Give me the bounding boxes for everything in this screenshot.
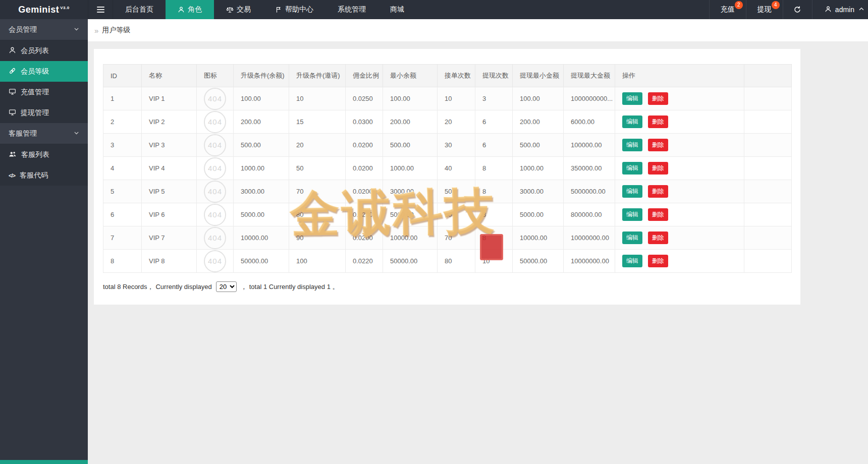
cell-empty (744, 87, 792, 110)
flag-icon (275, 6, 282, 13)
nav-item-help[interactable]: 帮助中心 (263, 0, 326, 19)
edit-button[interactable]: 编辑 (622, 255, 642, 267)
sidebar-item-member-level[interactable]: 会员等级 (0, 61, 88, 82)
recharge-button[interactable]: 充值 2 (709, 0, 746, 19)
cell-order-count: 80 (438, 250, 475, 273)
delete-button[interactable]: 删除 (648, 208, 668, 221)
nav-item-shop[interactable]: 商城 (378, 0, 416, 19)
cell-order-count: 10 (438, 87, 475, 110)
cell-upgrade-invite: 100 (289, 250, 346, 273)
cell-upgrade-balance: 3000.00 (234, 180, 289, 203)
sidebar-item-label: 提现管理 (21, 108, 49, 118)
person-icon (178, 6, 185, 13)
cell-commission: 0.0220 (346, 250, 383, 273)
cell-withdraw-count: 8 (475, 180, 513, 203)
sidebar-item-withdraw-mgmt[interactable]: 提现管理 (0, 102, 88, 123)
sidebar-item-label: 充值管理 (21, 88, 49, 97)
sidebar-item-label: 会员列表 (21, 46, 49, 55)
cell-order-count: 70 (438, 226, 475, 250)
edit-button[interactable]: 编辑 (622, 231, 642, 244)
edit-button[interactable]: 编辑 (622, 162, 642, 175)
cell-withdraw-max: 10000000.00 (564, 226, 615, 250)
delete-button[interactable]: 删除 (648, 231, 668, 244)
monitor-icon (9, 88, 16, 97)
cell-withdraw-count: 8 (475, 203, 513, 226)
col-empty (744, 65, 792, 87)
cell-withdraw-min: 5000.00 (513, 203, 564, 226)
cell-withdraw-count: 6 (475, 134, 513, 157)
sidebar-group-service-mgmt[interactable]: 客服管理 (0, 123, 88, 144)
cell-icon: 404 (197, 87, 234, 110)
cell-actions: 编辑 删除 (615, 250, 744, 273)
sidebar-item-label: 会员等级 (21, 67, 49, 76)
cell-order-count: 20 (438, 110, 475, 134)
sidebar-item-recharge-mgmt[interactable]: 充值管理 (0, 82, 88, 102)
delete-button[interactable]: 删除 (648, 255, 668, 267)
delete-button[interactable]: 删除 (648, 185, 668, 198)
logo-version: V3.0 (60, 6, 69, 10)
main-nav: 后台首页 角色 交易 帮助中心 系统管理 商城 (113, 0, 416, 19)
sidebar-item-member-list[interactable]: 会员列表 (0, 40, 88, 61)
cell-commission: 0.0200 (346, 226, 383, 250)
pagination-separator: ， (241, 282, 247, 292)
link-icon (9, 67, 16, 76)
cell-order-count: 40 (438, 157, 475, 180)
admin-menu[interactable]: admin (812, 0, 868, 19)
col-name: 名称 (142, 65, 197, 87)
cell-upgrade-balance: 50000.00 (234, 250, 289, 273)
cell-empty (744, 110, 792, 134)
page-title: 用户等级 (102, 26, 130, 35)
cell-withdraw-min: 500.00 (513, 134, 564, 157)
cell-withdraw-count: 8 (475, 226, 513, 250)
cell-commission: 0.0200 (346, 134, 383, 157)
cell-upgrade-invite: 15 (289, 110, 346, 134)
edit-button[interactable]: 编辑 (622, 208, 642, 221)
cell-actions: 编辑 删除 (615, 157, 744, 180)
cell-id: 8 (103, 250, 142, 273)
cell-withdraw-count: 8 (475, 157, 513, 180)
cell-order-count: 50 (438, 180, 475, 203)
sidebar: 会员管理 会员列表 会员等级 充值管理 提现管理 客服管理 客服列表 </> (0, 19, 88, 464)
menu-toggle-icon[interactable] (88, 0, 113, 19)
sidebar-group-member-mgmt[interactable]: 会员管理 (0, 19, 88, 40)
edit-button[interactable]: 编辑 (622, 139, 642, 151)
delete-button[interactable]: 删除 (648, 92, 668, 105)
cell-icon: 404 (197, 134, 234, 157)
app-logo: GeministV3.0 (0, 0, 88, 19)
nav-item-trade[interactable]: 交易 (214, 0, 263, 19)
page-size-select[interactable]: 20 (216, 281, 237, 292)
sidebar-item-service-code[interactable]: </> 客服代码 (0, 165, 88, 186)
edit-button[interactable]: 编辑 (622, 92, 642, 105)
edit-button[interactable]: 编辑 (622, 115, 642, 128)
cell-name: VIP 6 (142, 203, 197, 226)
edit-button[interactable]: 编辑 (622, 185, 642, 198)
sidebar-group-label: 客服管理 (9, 129, 37, 138)
nav-item-system[interactable]: 系统管理 (326, 0, 378, 19)
image-404-placeholder: 404 (204, 181, 226, 203)
sidebar-item-label: 客服代码 (20, 171, 48, 180)
cell-actions: 编辑 删除 (615, 180, 744, 203)
refresh-icon[interactable] (783, 0, 812, 19)
top-navbar: GeministV3.0 后台首页 角色 交易 帮助中心 系统管理 商城 充值 (0, 0, 868, 19)
nav-item-label: 后台首页 (125, 5, 153, 14)
table-row: 2 VIP 2 404 200.00 15 0.0300 200.00 20 6… (103, 110, 792, 134)
cell-upgrade-balance: 500.00 (234, 134, 289, 157)
delete-button[interactable]: 删除 (648, 115, 668, 128)
cell-min-balance: 10000.00 (383, 226, 438, 250)
nav-item-roles[interactable]: 角色 (166, 0, 214, 19)
cell-id: 2 (103, 110, 142, 134)
cell-upgrade-balance: 200.00 (234, 110, 289, 134)
nav-item-label: 角色 (188, 5, 202, 14)
nav-item-label: 交易 (237, 5, 251, 14)
monitor-icon (9, 108, 16, 118)
cell-actions: 编辑 删除 (615, 110, 744, 134)
caret-up-icon (858, 6, 865, 14)
admin-username: admin (835, 6, 854, 14)
nav-item-dashboard[interactable]: 后台首页 (113, 0, 166, 19)
delete-button[interactable]: 删除 (648, 139, 668, 151)
cell-icon: 404 (197, 180, 234, 203)
withdraw-button[interactable]: 提现 4 (746, 0, 783, 19)
sidebar-item-service-list[interactable]: 客服列表 (0, 144, 88, 165)
cell-icon: 404 (197, 226, 234, 250)
delete-button[interactable]: 删除 (648, 162, 668, 175)
